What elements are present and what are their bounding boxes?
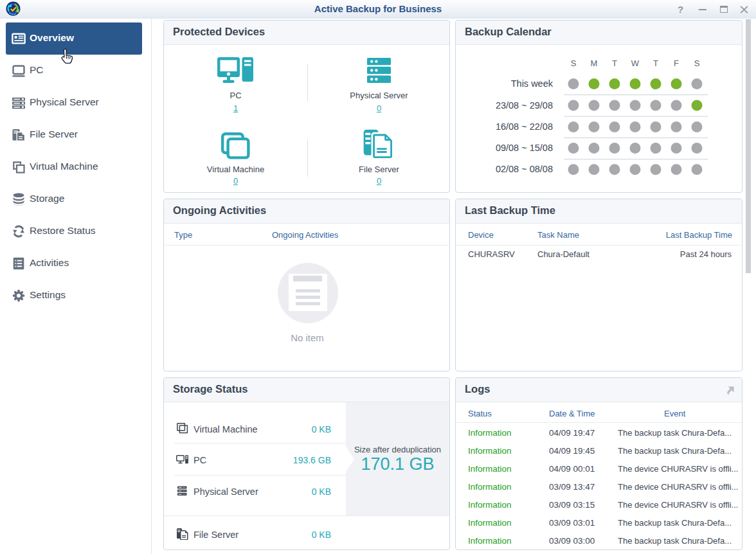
svg-text:23/08 ~ 29/08: 23/08 ~ 29/08 [496, 100, 553, 111]
svg-text:This week: This week [511, 78, 554, 89]
svg-text:S: S [571, 58, 577, 68]
svg-text:S: S [694, 58, 700, 68]
svg-text:09/08 ~ 15/08: 09/08 ~ 15/08 [496, 143, 553, 153]
svg-text:F: F [674, 58, 679, 68]
svg-text:16/08 ~ 22/08: 16/08 ~ 22/08 [496, 121, 553, 132]
svg-text:02/08 ~ 08/08: 02/08 ~ 08/08 [496, 164, 553, 174]
svg-text:T: T [612, 58, 617, 68]
svg-text:W: W [631, 58, 640, 68]
svg-text:M: M [591, 58, 598, 68]
svg-text:T: T [653, 58, 658, 68]
